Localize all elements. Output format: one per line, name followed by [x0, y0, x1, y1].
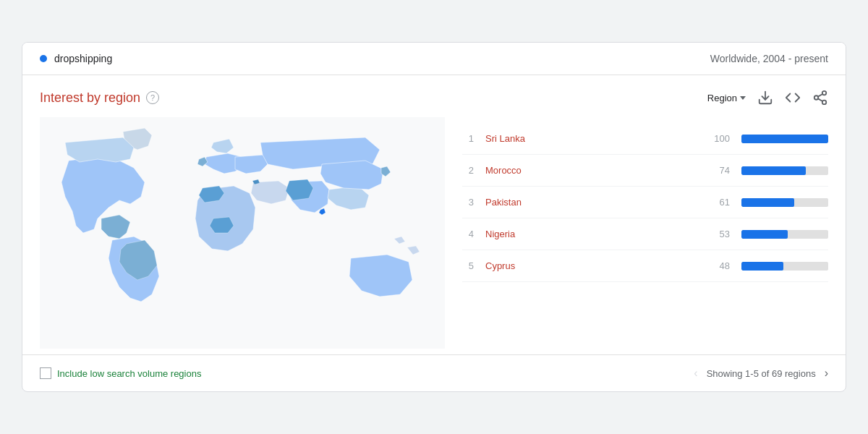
- rank-bar-fill: [741, 135, 828, 143]
- list-item: 5 Cyprus 48: [462, 250, 828, 282]
- low-volume-checkbox[interactable]: [40, 367, 51, 379]
- rank-number: 3: [462, 197, 474, 208]
- list-item: 2 Morocco 74: [462, 155, 828, 187]
- rank-bar-fill: [741, 166, 806, 175]
- ranking-list: 1 Sri Lanka 100 2 Morocco 74 3 Pakistan …: [462, 117, 828, 282]
- world-map: [40, 117, 445, 349]
- chevron-down-icon: [740, 96, 746, 100]
- region-selector[interactable]: Region: [707, 93, 746, 103]
- rank-number: 4: [462, 229, 474, 239]
- keyword-dot: [40, 55, 47, 62]
- section-header: Interest by region ? Region: [40, 90, 828, 106]
- list-item: 1 Sri Lanka 100: [462, 123, 828, 155]
- main-card: dropshipping Worldwide, 2004 - present I…: [22, 42, 846, 392]
- low-volume-label: Include low search volume regions: [57, 368, 201, 379]
- section-title: Interest by region: [40, 90, 140, 106]
- rank-country[interactable]: Pakistan: [485, 197, 697, 208]
- rank-country[interactable]: Nigeria: [485, 229, 697, 239]
- section-title-group: Interest by region ?: [40, 90, 159, 106]
- download-button[interactable]: [757, 90, 773, 106]
- rank-score: 74: [708, 165, 730, 176]
- rank-score: 53: [708, 229, 730, 239]
- main-body: 1 Sri Lanka 100 2 Morocco 74 3 Pakistan …: [40, 117, 828, 349]
- pagination: ‹ Showing 1-5 of 69 regions ›: [694, 367, 828, 380]
- header-left: dropshipping: [40, 53, 112, 64]
- section-controls: Region: [707, 90, 828, 106]
- svg-line-4: [818, 98, 822, 101]
- keyword-label: dropshipping: [54, 53, 112, 64]
- low-volume-toggle[interactable]: Include low search volume regions: [40, 367, 201, 379]
- rank-bar: [741, 230, 828, 239]
- prev-page-button[interactable]: ‹: [694, 367, 697, 380]
- rank-bar: [741, 166, 828, 175]
- rank-score: 100: [708, 133, 730, 144]
- rank-number: 1: [462, 133, 474, 144]
- header-bar: dropshipping Worldwide, 2004 - present: [22, 43, 846, 75]
- rank-score: 61: [708, 197, 730, 208]
- rank-bar: [741, 262, 828, 271]
- rank-score: 48: [708, 260, 730, 271]
- rank-country[interactable]: Cyprus: [485, 260, 697, 271]
- list-item: 4 Nigeria 53: [462, 218, 828, 250]
- date-range: Worldwide, 2004 - present: [710, 53, 828, 64]
- share-button[interactable]: [812, 90, 828, 106]
- rank-bar: [741, 198, 828, 207]
- svg-line-5: [818, 94, 822, 97]
- pagination-text: Showing 1-5 of 69 regions: [707, 368, 816, 379]
- rank-country[interactable]: Sri Lanka: [485, 133, 697, 144]
- rank-bar: [741, 135, 828, 143]
- content-area: Interest by region ? Region: [22, 75, 846, 349]
- footer: Include low search volume regions ‹ Show…: [22, 354, 846, 391]
- rank-country[interactable]: Morocco: [485, 165, 697, 176]
- region-label: Region: [707, 93, 737, 103]
- map-container: [40, 117, 445, 349]
- help-icon[interactable]: ?: [146, 91, 159, 104]
- rank-bar-fill: [741, 262, 783, 271]
- embed-button[interactable]: [785, 90, 801, 106]
- rank-number: 5: [462, 260, 474, 271]
- list-item: 3 Pakistan 61: [462, 187, 828, 218]
- rank-bar-fill: [741, 198, 794, 207]
- rank-number: 2: [462, 165, 474, 176]
- rank-bar-fill: [741, 230, 788, 239]
- next-page-button[interactable]: ›: [825, 367, 828, 380]
